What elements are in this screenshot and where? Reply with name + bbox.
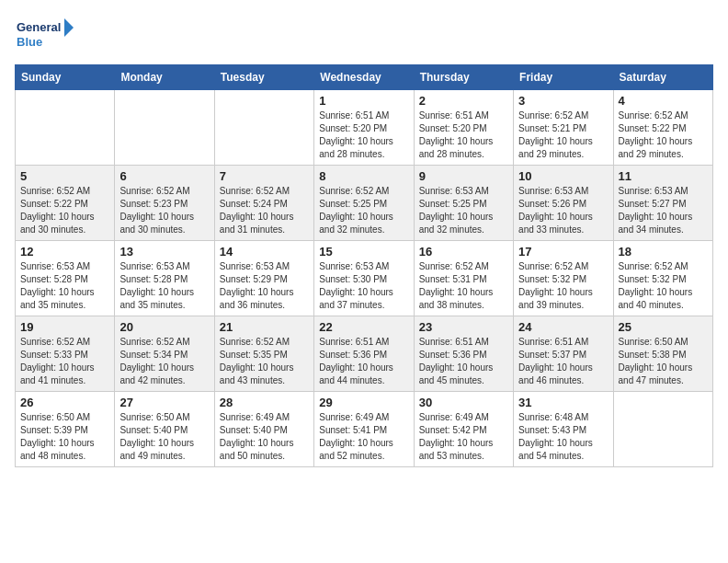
- calendar-day-18: 18Sunrise: 6:52 AM Sunset: 5:32 PM Dayli…: [613, 241, 712, 316]
- day-info: Sunrise: 6:51 AM Sunset: 5:37 PM Dayligh…: [518, 336, 608, 387]
- calendar-day-9: 9Sunrise: 6:53 AM Sunset: 5:25 PM Daylig…: [414, 166, 513, 241]
- calendar-week-row: 26Sunrise: 6:50 AM Sunset: 5:39 PM Dayli…: [16, 392, 713, 467]
- svg-marker-2: [64, 18, 74, 37]
- calendar-day-empty: [115, 90, 214, 166]
- calendar-week-row: 19Sunrise: 6:52 AM Sunset: 5:33 PM Dayli…: [16, 316, 713, 392]
- day-info: Sunrise: 6:52 AM Sunset: 5:35 PM Dayligh…: [220, 336, 309, 387]
- calendar-day-17: 17Sunrise: 6:52 AM Sunset: 5:32 PM Dayli…: [514, 241, 613, 316]
- calendar-day-empty: [613, 392, 712, 467]
- day-info: Sunrise: 6:53 AM Sunset: 5:29 PM Dayligh…: [220, 260, 309, 312]
- day-info: Sunrise: 6:51 AM Sunset: 5:20 PM Dayligh…: [419, 109, 508, 161]
- day-number: 27: [119, 396, 209, 409]
- calendar-day-20: 20Sunrise: 6:52 AM Sunset: 5:34 PM Dayli…: [115, 316, 214, 392]
- day-info: Sunrise: 6:52 AM Sunset: 5:25 PM Dayligh…: [319, 185, 408, 236]
- day-info: Sunrise: 6:50 AM Sunset: 5:40 PM Dayligh…: [119, 411, 209, 463]
- calendar-week-row: 12Sunrise: 6:53 AM Sunset: 5:28 PM Dayli…: [16, 241, 713, 316]
- day-of-week-monday: Monday: [115, 65, 214, 90]
- day-number: 6: [119, 169, 209, 183]
- calendar-day-28: 28Sunrise: 6:49 AM Sunset: 5:40 PM Dayli…: [214, 392, 313, 467]
- calendar-day-13: 13Sunrise: 6:53 AM Sunset: 5:28 PM Dayli…: [115, 241, 214, 316]
- day-info: Sunrise: 6:53 AM Sunset: 5:28 PM Dayligh…: [119, 260, 209, 312]
- day-number: 8: [319, 169, 408, 183]
- day-info: Sunrise: 6:53 AM Sunset: 5:28 PM Dayligh…: [20, 260, 109, 312]
- day-info: Sunrise: 6:51 AM Sunset: 5:20 PM Dayligh…: [319, 109, 408, 161]
- calendar-day-23: 23Sunrise: 6:51 AM Sunset: 5:36 PM Dayli…: [414, 316, 513, 392]
- calendar-day-22: 22Sunrise: 6:51 AM Sunset: 5:36 PM Dayli…: [314, 316, 414, 392]
- calendar-day-6: 6Sunrise: 6:52 AM Sunset: 5:23 PM Daylig…: [115, 166, 214, 241]
- calendar-day-21: 21Sunrise: 6:52 AM Sunset: 5:35 PM Dayli…: [214, 316, 313, 392]
- day-number: 23: [419, 320, 508, 334]
- calendar-day-12: 12Sunrise: 6:53 AM Sunset: 5:28 PM Dayli…: [16, 241, 115, 316]
- day-number: 25: [619, 320, 708, 334]
- day-info: Sunrise: 6:49 AM Sunset: 5:42 PM Dayligh…: [419, 411, 508, 463]
- calendar-day-30: 30Sunrise: 6:49 AM Sunset: 5:42 PM Dayli…: [414, 392, 513, 467]
- calendar-table: SundayMondayTuesdayWednesdayThursdayFrid…: [15, 64, 713, 467]
- calendar-day-10: 10Sunrise: 6:53 AM Sunset: 5:26 PM Dayli…: [514, 166, 613, 241]
- day-number: 1: [319, 94, 408, 108]
- day-info: Sunrise: 6:53 AM Sunset: 5:30 PM Dayligh…: [319, 260, 408, 312]
- calendar-day-14: 14Sunrise: 6:53 AM Sunset: 5:29 PM Dayli…: [214, 241, 313, 316]
- day-number: 26: [20, 396, 109, 409]
- day-number: 3: [518, 94, 608, 108]
- day-info: Sunrise: 6:48 AM Sunset: 5:43 PM Dayligh…: [518, 411, 608, 463]
- day-info: Sunrise: 6:52 AM Sunset: 5:31 PM Dayligh…: [419, 260, 508, 312]
- calendar-day-empty: [214, 90, 313, 166]
- logo: General Blue: [15, 15, 79, 53]
- day-of-week-saturday: Saturday: [613, 65, 712, 90]
- calendar-day-empty: [16, 90, 115, 166]
- day-number: 22: [319, 320, 408, 334]
- day-of-week-wednesday: Wednesday: [314, 65, 414, 90]
- day-of-week-sunday: Sunday: [16, 65, 115, 90]
- day-number: 30: [419, 396, 508, 409]
- day-number: 7: [220, 169, 309, 183]
- day-info: Sunrise: 6:53 AM Sunset: 5:25 PM Dayligh…: [419, 185, 508, 236]
- calendar-day-29: 29Sunrise: 6:49 AM Sunset: 5:41 PM Dayli…: [314, 392, 414, 467]
- day-info: Sunrise: 6:53 AM Sunset: 5:26 PM Dayligh…: [518, 185, 608, 236]
- day-number: 24: [518, 320, 608, 334]
- day-number: 29: [319, 396, 408, 409]
- calendar-day-19: 19Sunrise: 6:52 AM Sunset: 5:33 PM Dayli…: [16, 316, 115, 392]
- day-info: Sunrise: 6:52 AM Sunset: 5:23 PM Dayligh…: [119, 185, 209, 236]
- calendar-day-15: 15Sunrise: 6:53 AM Sunset: 5:30 PM Dayli…: [314, 241, 414, 316]
- day-info: Sunrise: 6:49 AM Sunset: 5:40 PM Dayligh…: [220, 411, 309, 463]
- day-info: Sunrise: 6:49 AM Sunset: 5:41 PM Dayligh…: [319, 411, 408, 463]
- calendar-day-26: 26Sunrise: 6:50 AM Sunset: 5:39 PM Dayli…: [16, 392, 115, 467]
- day-info: Sunrise: 6:52 AM Sunset: 5:24 PM Dayligh…: [220, 185, 309, 236]
- svg-text:Blue: Blue: [17, 35, 42, 49]
- calendar-day-31: 31Sunrise: 6:48 AM Sunset: 5:43 PM Dayli…: [514, 392, 613, 467]
- day-number: 19: [20, 320, 109, 334]
- day-number: 16: [419, 245, 508, 259]
- day-info: Sunrise: 6:50 AM Sunset: 5:39 PM Dayligh…: [20, 411, 109, 463]
- day-number: 4: [619, 94, 708, 108]
- day-info: Sunrise: 6:51 AM Sunset: 5:36 PM Dayligh…: [419, 336, 508, 387]
- calendar-day-16: 16Sunrise: 6:52 AM Sunset: 5:31 PM Dayli…: [414, 241, 513, 316]
- day-number: 20: [119, 320, 209, 334]
- calendar-day-4: 4Sunrise: 6:52 AM Sunset: 5:22 PM Daylig…: [613, 90, 712, 166]
- calendar-day-3: 3Sunrise: 6:52 AM Sunset: 5:21 PM Daylig…: [514, 90, 613, 166]
- logo-svg: General Blue: [15, 15, 79, 53]
- day-number: 11: [619, 169, 708, 183]
- calendar-week-row: 5Sunrise: 6:52 AM Sunset: 5:22 PM Daylig…: [16, 166, 713, 241]
- day-of-week-tuesday: Tuesday: [214, 65, 313, 90]
- day-number: 2: [419, 94, 508, 108]
- day-number: 9: [419, 169, 508, 183]
- day-info: Sunrise: 6:52 AM Sunset: 5:22 PM Dayligh…: [20, 185, 109, 236]
- page-header: General Blue: [15, 15, 713, 53]
- day-number: 31: [518, 396, 608, 409]
- day-info: Sunrise: 6:52 AM Sunset: 5:33 PM Dayligh…: [20, 336, 109, 387]
- day-info: Sunrise: 6:53 AM Sunset: 5:27 PM Dayligh…: [619, 185, 708, 236]
- calendar-week-row: 1Sunrise: 6:51 AM Sunset: 5:20 PM Daylig…: [16, 90, 713, 166]
- calendar-day-2: 2Sunrise: 6:51 AM Sunset: 5:20 PM Daylig…: [414, 90, 513, 166]
- day-info: Sunrise: 6:51 AM Sunset: 5:36 PM Dayligh…: [319, 336, 408, 387]
- day-number: 13: [119, 245, 209, 259]
- day-number: 5: [20, 169, 109, 183]
- day-info: Sunrise: 6:52 AM Sunset: 5:34 PM Dayligh…: [119, 336, 209, 387]
- calendar-day-27: 27Sunrise: 6:50 AM Sunset: 5:40 PM Dayli…: [115, 392, 214, 467]
- day-number: 14: [220, 245, 309, 259]
- calendar-day-7: 7Sunrise: 6:52 AM Sunset: 5:24 PM Daylig…: [214, 166, 313, 241]
- day-number: 12: [20, 245, 109, 259]
- days-of-week-row: SundayMondayTuesdayWednesdayThursdayFrid…: [16, 65, 713, 90]
- day-info: Sunrise: 6:52 AM Sunset: 5:22 PM Dayligh…: [619, 109, 708, 161]
- calendar-day-8: 8Sunrise: 6:52 AM Sunset: 5:25 PM Daylig…: [314, 166, 414, 241]
- day-number: 10: [518, 169, 608, 183]
